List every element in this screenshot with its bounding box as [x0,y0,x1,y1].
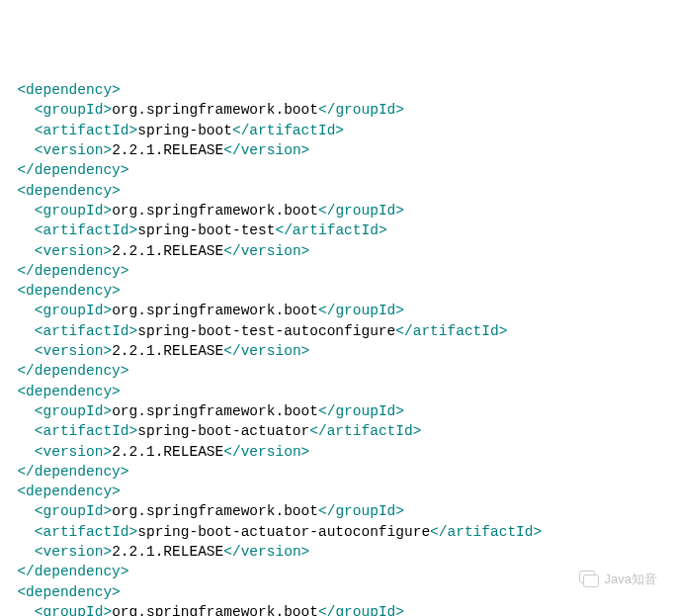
artifact-id-line: <artifactId>spring-boot-test</artifactId… [0,220,677,240]
watermark-text: Java知音 [605,571,657,588]
dependency-open: <dependency> [0,80,677,100]
dependency-close: </dependency> [0,261,677,281]
dependency-close: </dependency> [0,562,677,581]
dependency-close: </dependency> [0,361,677,381]
group-id-line: <groupId>org.springframework.boot</group… [0,100,677,120]
artifact-id-line: <artifactId>spring-boot-actuator</artifa… [0,421,677,441]
dependency-open: <dependency> [0,281,677,301]
artifact-id-line: <artifactId>spring-boot-test-autoconfigu… [0,321,677,341]
version-line: <version>2.2.1.RELEASE</version> [0,140,677,160]
version-line: <version>2.2.1.RELEASE</version> [0,241,677,261]
version-line: <version>2.2.1.RELEASE</version> [0,442,677,462]
artifact-id-line: <artifactId>spring-boot-actuator-autocon… [0,522,677,542]
dependency-open: <dependency> [0,582,677,602]
dependency-open: <dependency> [0,181,677,201]
artifact-id-line: <artifactId>spring-boot</artifactId> [0,121,677,140]
group-id-line: <groupId>org.springframework.boot</group… [0,602,677,616]
group-id-line: <groupId>org.springframework.boot</group… [0,301,677,320]
group-id-line: <groupId>org.springframework.boot</group… [0,401,677,421]
dependency-close: </dependency> [0,462,677,482]
version-line: <version>2.2.1.RELEASE</version> [0,542,677,562]
group-id-line: <groupId>org.springframework.boot</group… [0,201,677,220]
xml-code-block: <dependency> <groupId>org.springframewor… [0,80,677,616]
dependency-close: </dependency> [0,160,677,180]
wechat-cards-icon [579,571,599,587]
dependency-open: <dependency> [0,482,677,501]
version-line: <version>2.2.1.RELEASE</version> [0,341,677,361]
dependency-open: <dependency> [0,382,677,401]
group-id-line: <groupId>org.springframework.boot</group… [0,501,677,521]
watermark: Java知音 [579,571,657,588]
